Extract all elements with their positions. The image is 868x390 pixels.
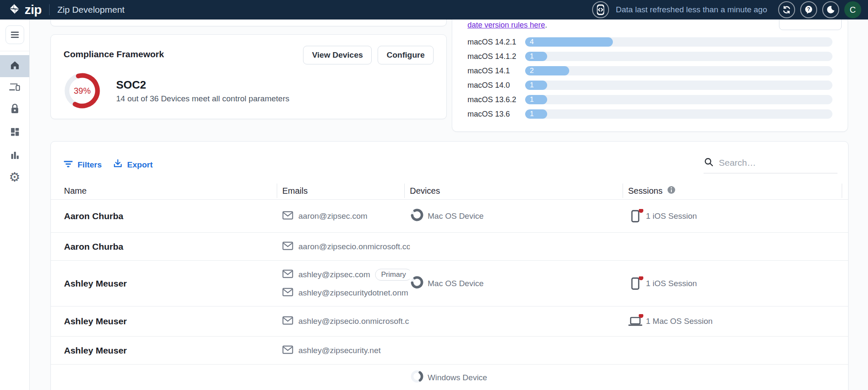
bar-chart-icon	[10, 150, 20, 162]
table-row[interactable]: Ashley Meuserashley@zipsec.comPrimaryash…	[51, 261, 848, 306]
sync-status-icon[interactable]	[592, 1, 609, 18]
filters-label: Filters	[78, 160, 102, 170]
email-address: aaron@zipsec.com	[298, 212, 367, 221]
table-row[interactable]: Ashley Meuserashley@zipsecio.onmicrosoft…	[51, 306, 848, 337]
email-address: ashley@zipsecuritydotnet.onm	[298, 288, 408, 298]
envelope-icon	[282, 269, 293, 280]
framework-name: SOC2	[116, 78, 289, 92]
user-avatar[interactable]: C	[844, 1, 861, 18]
refresh-button[interactable]	[778, 1, 795, 18]
column-header-name[interactable]: Name	[64, 183, 282, 199]
sidebar-item-reports[interactable]	[0, 145, 29, 167]
sidebar-item-devices[interactable]	[0, 77, 29, 99]
cell-devices: Mac OS Device	[410, 275, 628, 292]
os-version-bar-track: 1	[525, 52, 832, 61]
header-separator	[623, 184, 623, 198]
os-version-row: macOS 13.6.21	[467, 95, 832, 104]
table-row[interactable]: Aaron Churbaaaron@zipsec.comMac OS Devic…	[51, 200, 848, 233]
session-label: 1 Mac OS Session	[646, 317, 712, 326]
column-header-sessions[interactable]: Sessions	[628, 183, 847, 199]
email-item: aaron@zipsec.com	[282, 211, 367, 222]
envelope-icon	[282, 287, 293, 298]
device-label: Mac OS Device	[428, 279, 484, 288]
os-version-row: macOS 14.1.21	[467, 52, 832, 61]
os-version-bar-track: 4	[525, 37, 832, 47]
alert-dot	[639, 314, 643, 318]
view-devices-button[interactable]: View Devices	[303, 46, 372, 64]
device-item: Mac OS Device	[410, 275, 484, 292]
sidebar-item-settings[interactable]: ⚙	[0, 166, 29, 188]
date-version-rules-link[interactable]: date version rules here	[467, 21, 545, 29]
email-item: ashley@zipsecio.onmicrosoft.c	[282, 316, 409, 327]
alert-dot	[639, 209, 643, 213]
search-input[interactable]	[719, 158, 829, 168]
mac-device-spinner-icon	[410, 275, 424, 292]
primary-badge: Primary	[375, 269, 410, 281]
header-separator	[404, 184, 405, 198]
header-separator	[842, 184, 842, 198]
sidebar-item-apps[interactable]	[0, 122, 29, 144]
session-item: 1 iOS Session	[628, 276, 697, 291]
brand-name: zip	[25, 3, 42, 17]
info-icon[interactable]	[667, 185, 676, 197]
email-address: ashley@zipsec.com	[298, 270, 370, 279]
os-version-bar[interactable]: 2	[525, 66, 569, 75]
export-button[interactable]: Export	[113, 159, 153, 171]
filter-icon	[63, 159, 73, 171]
os-version-bar-track: 1	[525, 95, 832, 104]
table-row[interactable]: Aaron Churbaaaron@zipsecio.onmicrosoft.c…	[51, 233, 848, 261]
os-version-bar[interactable]: 1	[525, 95, 547, 104]
cell-sessions: 1 iOS Session	[628, 209, 847, 223]
column-header-emails[interactable]: Emails	[282, 183, 410, 199]
laptop-session-icon	[628, 314, 643, 329]
os-version-row: macOS 14.12	[467, 66, 832, 75]
os-version-bar-track: 2	[525, 66, 832, 75]
filters-button[interactable]: Filters	[63, 159, 102, 171]
table-row[interactable]: Windows Device	[51, 365, 848, 390]
configure-button[interactable]: Configure	[378, 46, 434, 64]
os-version-bar[interactable]: 4	[525, 37, 613, 47]
device-label: Mac OS Device	[428, 212, 484, 221]
devices-icon	[9, 82, 21, 95]
link-period: .	[545, 21, 547, 29]
cell-emails: aaron@zipsecio.onmicrosoft.co	[282, 234, 410, 259]
os-version-bar-track: 1	[525, 109, 832, 119]
cell-emails	[282, 370, 410, 385]
column-header-devices[interactable]: Devices	[410, 183, 628, 199]
help-button[interactable]: ?	[800, 1, 817, 18]
os-version-label: macOS 14.1.2	[467, 52, 525, 61]
email-item: ashley@zipsecurity.net	[282, 345, 381, 356]
device-item: Mac OS Device	[410, 208, 484, 224]
envelope-icon	[282, 241, 293, 252]
sidebar-item-security[interactable]	[0, 99, 29, 121]
users-table-card: Filters Export	[50, 141, 849, 390]
windows-device-spinner-icon	[410, 369, 424, 386]
home-icon	[9, 60, 20, 72]
os-version-bar[interactable]: 1	[525, 109, 547, 119]
cell-name: Aaron Churba	[64, 211, 282, 221]
session-item: 1 Mac OS Session	[628, 314, 712, 329]
email-address: ashley@zipsecio.onmicrosoft.c	[298, 317, 409, 326]
device-label: Windows Device	[428, 373, 487, 382]
os-version-label: macOS 14.0	[467, 81, 525, 90]
gear-icon: ⚙	[9, 171, 20, 184]
os-version-bar[interactable]: 1	[525, 81, 547, 90]
theme-toggle-moon-icon[interactable]	[822, 1, 839, 18]
os-versions-card: date version rules here. macOS 14.2.14ma…	[452, 3, 848, 132]
search-box	[704, 157, 837, 173]
cell-name: Ashley Meuser	[64, 279, 282, 289]
brand-logo[interactable]: zip	[8, 3, 42, 17]
sidebar-toggle-button[interactable]	[6, 25, 24, 44]
device-item: Windows Device	[410, 369, 487, 386]
sidebar-divider	[0, 51, 29, 51]
download-icon	[113, 159, 123, 171]
os-version-bar-chart: macOS 14.2.14macOS 14.1.21macOS 14.12mac…	[467, 37, 832, 119]
os-version-bar[interactable]: 1	[525, 52, 547, 61]
envelope-icon	[282, 211, 293, 222]
sidebar-item-home[interactable]	[0, 55, 29, 77]
compliance-card-title: Compliance Framework	[64, 46, 164, 59]
table-row[interactable]: Ashley Meuserashley@zipsecurity.net	[51, 337, 848, 365]
search-icon	[704, 157, 714, 169]
email-item: ashley@zipsecuritydotnet.onm	[282, 287, 408, 298]
export-label: Export	[127, 160, 153, 170]
